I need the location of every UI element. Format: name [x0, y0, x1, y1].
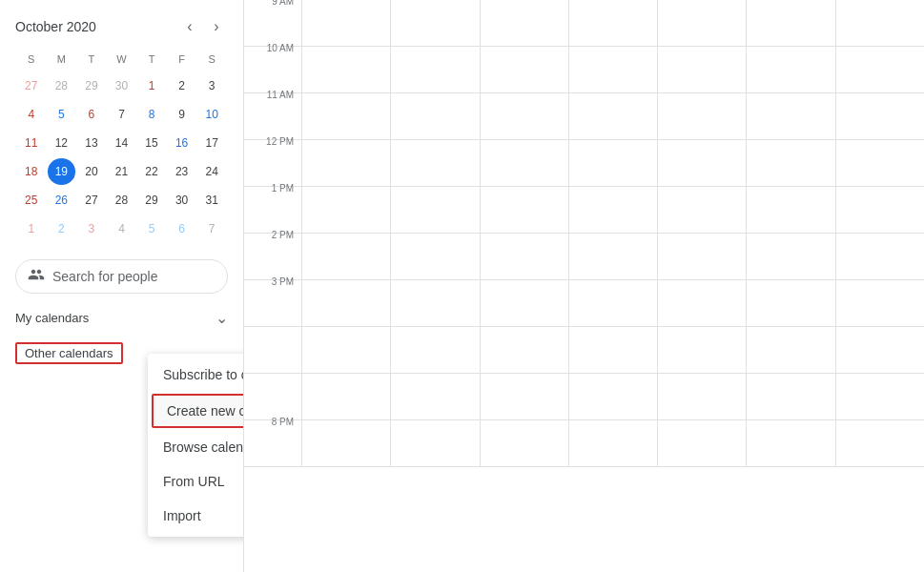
calendar-day[interactable]: 2	[48, 215, 76, 242]
time-cell[interactable]	[568, 374, 657, 419]
calendar-day[interactable]: 1	[137, 72, 166, 99]
time-cell[interactable]	[835, 420, 924, 466]
time-cell[interactable]	[746, 234, 834, 279]
time-cell[interactable]	[657, 0, 746, 46]
time-cell[interactable]	[835, 374, 924, 419]
time-cell[interactable]	[568, 93, 657, 139]
calendar-day[interactable]: 7	[197, 215, 226, 242]
time-cell[interactable]	[746, 420, 834, 466]
time-cell[interactable]	[568, 420, 657, 466]
dropdown-item[interactable]: Subscribe to calendar	[148, 358, 244, 392]
calendar-day[interactable]: 4	[17, 101, 46, 128]
time-cell[interactable]	[301, 234, 390, 279]
calendar-day[interactable]: 24	[197, 158, 226, 185]
time-cell[interactable]	[657, 374, 746, 419]
time-cell[interactable]	[657, 327, 746, 373]
dropdown-item[interactable]: From URL	[148, 464, 244, 499]
time-cell[interactable]	[480, 374, 568, 419]
time-cell[interactable]	[657, 47, 746, 92]
calendar-day[interactable]: 1	[17, 215, 46, 242]
time-cell[interactable]	[746, 280, 834, 326]
time-cell[interactable]	[301, 140, 390, 186]
my-calendars-header[interactable]: My calendars ⌄	[15, 305, 228, 331]
calendar-day[interactable]: 29	[77, 72, 106, 99]
time-cell[interactable]	[301, 0, 390, 46]
time-cell[interactable]	[480, 93, 568, 139]
calendar-day[interactable]: 28	[48, 72, 76, 99]
time-cell[interactable]	[301, 280, 390, 326]
calendar-day[interactable]: 3	[197, 72, 226, 99]
time-cell[interactable]	[390, 187, 479, 233]
calendar-day[interactable]: 27	[77, 187, 106, 214]
calendar-day[interactable]: 17	[197, 130, 226, 156]
time-cell[interactable]	[657, 420, 746, 466]
time-cell[interactable]	[480, 0, 568, 46]
calendar-day[interactable]: 30	[108, 72, 136, 99]
time-cell[interactable]	[746, 47, 834, 92]
time-cell[interactable]	[657, 280, 746, 326]
time-cell[interactable]	[746, 140, 834, 186]
prev-month-button[interactable]: ‹	[178, 15, 201, 38]
time-cell[interactable]	[480, 327, 568, 373]
time-cell[interactable]	[390, 0, 479, 46]
time-cell[interactable]	[746, 327, 834, 373]
time-cell[interactable]	[480, 420, 568, 466]
calendar-day[interactable]: 6	[168, 215, 196, 242]
time-cell[interactable]	[390, 327, 479, 373]
time-cell[interactable]	[301, 374, 390, 419]
calendar-day[interactable]: 22	[137, 158, 166, 185]
time-cell[interactable]	[480, 187, 568, 233]
calendar-day[interactable]: 9	[168, 101, 196, 128]
time-cell[interactable]	[746, 0, 834, 46]
calendar-day[interactable]: 30	[168, 187, 196, 214]
time-cell[interactable]	[390, 420, 479, 466]
time-cell[interactable]	[835, 327, 924, 373]
time-cell[interactable]	[390, 140, 479, 186]
time-cell[interactable]	[746, 374, 834, 419]
calendar-day[interactable]: 5	[48, 101, 76, 128]
time-cell[interactable]	[480, 280, 568, 326]
next-month-button[interactable]: ›	[205, 15, 228, 38]
time-cell[interactable]	[480, 234, 568, 279]
calendar-day[interactable]: 10	[197, 101, 226, 128]
calendar-day[interactable]: 8	[137, 101, 166, 128]
time-cell[interactable]	[568, 280, 657, 326]
calendar-day[interactable]: 16	[168, 130, 196, 156]
dropdown-item[interactable]: Browse calendars of interest	[148, 430, 244, 464]
calendar-day[interactable]: 18	[17, 158, 46, 185]
time-cell[interactable]	[568, 47, 657, 92]
time-cell[interactable]	[835, 0, 924, 46]
time-cell[interactable]	[390, 93, 479, 139]
time-cell[interactable]	[301, 420, 390, 466]
time-cell[interactable]	[746, 93, 834, 139]
calendar-day[interactable]: 26	[48, 187, 76, 214]
time-cell[interactable]	[390, 234, 479, 279]
calendar-day[interactable]: 11	[17, 130, 46, 156]
time-cell[interactable]	[746, 187, 834, 233]
time-cell[interactable]	[568, 0, 657, 46]
time-cell[interactable]	[835, 187, 924, 233]
calendar-day[interactable]: 29	[137, 187, 166, 214]
calendar-day[interactable]: 12	[48, 130, 76, 156]
time-cell[interactable]	[301, 327, 390, 373]
time-cell[interactable]	[835, 140, 924, 186]
calendar-day[interactable]: 15	[137, 130, 166, 156]
calendar-day[interactable]: 20	[77, 158, 106, 185]
calendar-day[interactable]: 14	[108, 130, 136, 156]
time-cell[interactable]	[835, 234, 924, 279]
time-cell[interactable]	[835, 280, 924, 326]
time-cell[interactable]	[301, 93, 390, 139]
calendar-day[interactable]: 27	[17, 72, 46, 99]
time-cell[interactable]	[480, 47, 568, 92]
time-cell[interactable]	[390, 47, 479, 92]
search-people-input[interactable]: Search for people	[15, 259, 228, 294]
calendar-day[interactable]: 25	[17, 187, 46, 214]
calendar-day[interactable]: 21	[108, 158, 136, 185]
calendar-day[interactable]: 5	[137, 215, 166, 242]
time-cell[interactable]	[657, 140, 746, 186]
time-cell[interactable]	[390, 374, 479, 419]
time-cell[interactable]	[301, 47, 390, 92]
calendar-day[interactable]: 6	[77, 101, 106, 128]
calendar-day[interactable]: 3	[77, 215, 106, 242]
time-cell[interactable]	[835, 47, 924, 92]
